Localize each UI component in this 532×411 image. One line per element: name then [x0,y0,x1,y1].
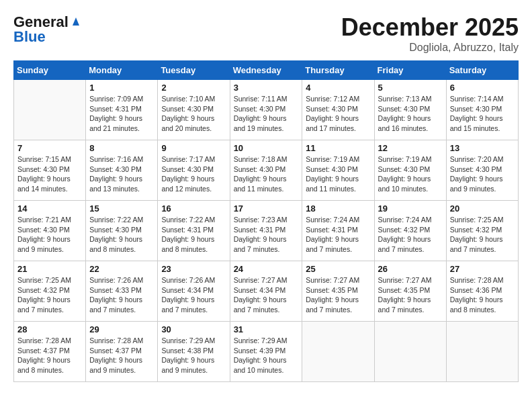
day-number: 4 [306,83,370,93]
calendar-cell: 23Sunrise: 7:26 AMSunset: 4:34 PMDayligh… [158,261,230,322]
calendar-cell: 6Sunrise: 7:14 AMSunset: 4:30 PMDaylight… [446,80,518,140]
calendar-cell: 19Sunrise: 7:24 AMSunset: 4:32 PMDayligh… [374,201,446,261]
day-number: 13 [450,143,515,153]
calendar-cell: 12Sunrise: 7:19 AMSunset: 4:30 PMDayligh… [374,140,446,201]
day-number: 21 [17,264,82,274]
day-info: Sunrise: 7:24 AMSunset: 4:32 PMDaylight:… [378,215,443,255]
calendar-cell: 18Sunrise: 7:24 AMSunset: 4:31 PMDayligh… [302,201,374,261]
day-info: Sunrise: 7:09 AMSunset: 4:31 PMDaylight:… [89,94,154,134]
calendar-header-wednesday: Wednesday [230,61,302,80]
day-info: Sunrise: 7:27 AMSunset: 4:35 PMDaylight:… [378,275,443,315]
day-number: 29 [89,324,154,334]
calendar-header-saturday: Saturday [446,61,518,80]
day-number: 12 [378,143,443,153]
calendar-cell: 26Sunrise: 7:27 AMSunset: 4:35 PMDayligh… [374,261,446,322]
day-number: 24 [234,264,299,274]
day-number: 16 [161,203,226,214]
calendar-table: SundayMondayTuesdayWednesdayThursdayFrid… [13,60,519,382]
calendar-cell: 7Sunrise: 7:15 AMSunset: 4:30 PMDaylight… [14,140,86,201]
calendar-cell [302,322,374,382]
calendar-cell: 15Sunrise: 7:22 AMSunset: 4:30 PMDayligh… [86,201,158,261]
day-info: Sunrise: 7:20 AMSunset: 4:30 PMDaylight:… [450,154,515,194]
day-info: Sunrise: 7:14 AMSunset: 4:30 PMDaylight:… [450,94,515,134]
day-number: 22 [89,264,154,274]
day-number: 25 [306,264,370,274]
day-number: 27 [450,264,515,274]
calendar-cell: 25Sunrise: 7:27 AMSunset: 4:35 PMDayligh… [302,261,374,322]
calendar-cell: 9Sunrise: 7:17 AMSunset: 4:30 PMDaylight… [158,140,230,201]
calendar-header-monday: Monday [86,61,158,80]
calendar-cell: 14Sunrise: 7:21 AMSunset: 4:30 PMDayligh… [14,201,86,261]
day-number: 30 [161,324,226,334]
day-info: Sunrise: 7:26 AMSunset: 4:33 PMDaylight:… [89,275,154,315]
day-info: Sunrise: 7:27 AMSunset: 4:35 PMDaylight:… [306,275,370,315]
day-number: 31 [234,324,299,334]
logo-triangle-icon [70,15,82,27]
calendar-cell: 30Sunrise: 7:29 AMSunset: 4:38 PMDayligh… [158,322,230,382]
day-info: Sunrise: 7:22 AMSunset: 4:30 PMDaylight:… [89,215,154,255]
calendar-cell: 31Sunrise: 7:29 AMSunset: 4:39 PMDayligh… [230,322,302,382]
calendar-header-thursday: Thursday [302,61,374,80]
calendar-cell: 22Sunrise: 7:26 AMSunset: 4:33 PMDayligh… [86,261,158,322]
day-number: 5 [378,83,443,93]
calendar-header-tuesday: Tuesday [158,61,230,80]
calendar-cell: 2Sunrise: 7:10 AMSunset: 4:30 PMDaylight… [158,80,230,140]
day-info: Sunrise: 7:19 AMSunset: 4:30 PMDaylight:… [378,154,443,194]
day-number: 26 [378,264,443,274]
calendar-cell: 1Sunrise: 7:09 AMSunset: 4:31 PMDaylight… [86,80,158,140]
logo: General Blue [13,13,82,46]
calendar-header-row: SundayMondayTuesdayWednesdayThursdayFrid… [14,61,519,80]
day-info: Sunrise: 7:24 AMSunset: 4:31 PMDaylight:… [306,215,370,255]
location-title: Dogliola, Abruzzo, Italy [341,42,519,54]
day-number: 28 [17,324,82,334]
day-info: Sunrise: 7:28 AMSunset: 4:37 PMDaylight:… [17,336,82,375]
calendar-cell: 20Sunrise: 7:25 AMSunset: 4:32 PMDayligh… [446,201,518,261]
day-info: Sunrise: 7:28 AMSunset: 4:36 PMDaylight:… [450,275,515,315]
calendar-cell: 27Sunrise: 7:28 AMSunset: 4:36 PMDayligh… [446,261,518,322]
calendar-cell: 21Sunrise: 7:25 AMSunset: 4:32 PMDayligh… [14,261,86,322]
day-info: Sunrise: 7:19 AMSunset: 4:30 PMDaylight:… [306,154,370,194]
day-info: Sunrise: 7:25 AMSunset: 4:32 PMDaylight:… [17,275,82,315]
calendar-week-4: 21Sunrise: 7:25 AMSunset: 4:32 PMDayligh… [14,261,519,322]
day-number: 14 [17,203,82,214]
day-number: 7 [17,143,82,153]
day-info: Sunrise: 7:29 AMSunset: 4:39 PMDaylight:… [234,336,299,375]
day-info: Sunrise: 7:21 AMSunset: 4:30 PMDaylight:… [17,215,82,255]
month-title: December 2025 [341,13,519,42]
calendar-week-1: 1Sunrise: 7:09 AMSunset: 4:31 PMDaylight… [14,80,519,140]
calendar-cell: 24Sunrise: 7:27 AMSunset: 4:34 PMDayligh… [230,261,302,322]
calendar-cell [446,322,518,382]
day-info: Sunrise: 7:22 AMSunset: 4:31 PMDaylight:… [161,215,226,255]
calendar-cell: 4Sunrise: 7:12 AMSunset: 4:30 PMDaylight… [302,80,374,140]
svg-marker-0 [73,17,79,26]
day-info: Sunrise: 7:25 AMSunset: 4:32 PMDaylight:… [450,215,515,255]
calendar-cell [14,80,86,140]
day-info: Sunrise: 7:29 AMSunset: 4:38 PMDaylight:… [161,336,226,375]
day-number: 3 [234,83,299,93]
day-number: 6 [450,83,515,93]
calendar-header-friday: Friday [374,61,446,80]
day-number: 15 [89,203,154,214]
day-info: Sunrise: 7:26 AMSunset: 4:34 PMDaylight:… [161,275,226,315]
day-number: 20 [450,203,515,214]
calendar-cell: 10Sunrise: 7:18 AMSunset: 4:30 PMDayligh… [230,140,302,201]
day-number: 19 [378,203,443,214]
day-info: Sunrise: 7:10 AMSunset: 4:30 PMDaylight:… [161,94,226,134]
page-header: General Blue December 2025 Dogliola, Abr… [13,13,519,54]
day-info: Sunrise: 7:16 AMSunset: 4:30 PMDaylight:… [89,154,154,194]
calendar-header-sunday: Sunday [14,61,86,80]
day-number: 23 [161,264,226,274]
day-info: Sunrise: 7:23 AMSunset: 4:31 PMDaylight:… [234,215,299,255]
day-info: Sunrise: 7:17 AMSunset: 4:30 PMDaylight:… [161,154,226,194]
calendar-week-5: 28Sunrise: 7:28 AMSunset: 4:37 PMDayligh… [14,322,519,382]
calendar-cell: 28Sunrise: 7:28 AMSunset: 4:37 PMDayligh… [14,322,86,382]
day-info: Sunrise: 7:13 AMSunset: 4:30 PMDaylight:… [378,94,443,134]
day-number: 9 [161,143,226,153]
day-info: Sunrise: 7:18 AMSunset: 4:30 PMDaylight:… [234,154,299,194]
day-number: 2 [161,83,226,93]
day-number: 17 [234,203,299,214]
calendar-week-2: 7Sunrise: 7:15 AMSunset: 4:30 PMDaylight… [14,140,519,201]
calendar-cell: 29Sunrise: 7:28 AMSunset: 4:37 PMDayligh… [86,322,158,382]
calendar-cell: 3Sunrise: 7:11 AMSunset: 4:30 PMDaylight… [230,80,302,140]
day-info: Sunrise: 7:15 AMSunset: 4:30 PMDaylight:… [17,154,82,194]
